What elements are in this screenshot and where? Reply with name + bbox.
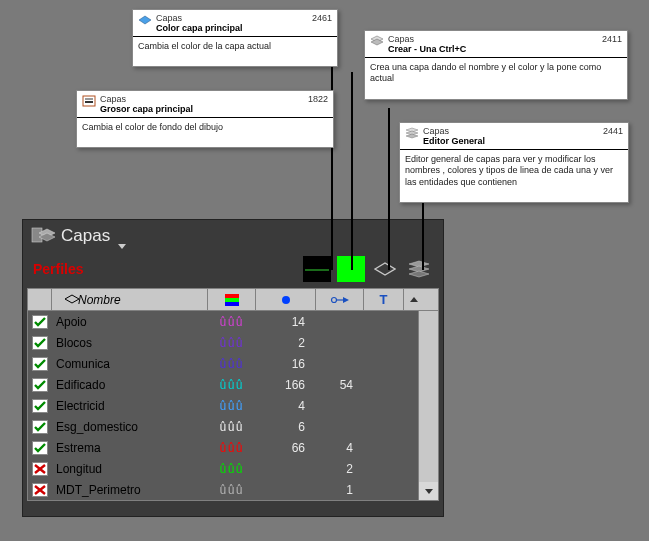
layer-color-swatch[interactable]: ûûû xyxy=(208,441,256,455)
tooltip-title: Crear - Una Ctrl+C xyxy=(388,44,596,54)
layers-stack-icon xyxy=(405,126,419,140)
layer-row[interactable]: Longitudûûû2 xyxy=(28,458,438,479)
layer-row[interactable]: MDT_Perimetroûûû1 xyxy=(28,479,438,500)
check-icon xyxy=(32,357,48,371)
layer-count-2: 4 xyxy=(316,441,364,455)
crear-button[interactable] xyxy=(371,256,399,282)
dot-icon xyxy=(282,296,290,304)
layer-color-swatch[interactable]: ûûû xyxy=(208,399,256,413)
layer-color-swatch[interactable]: ûûû xyxy=(208,315,256,329)
layer-visibility-checkbox[interactable] xyxy=(28,462,52,476)
tooltip-title: Color capa principal xyxy=(156,23,306,33)
layer-count-1: 14 xyxy=(256,315,316,329)
section-label: Perfiles xyxy=(33,261,297,277)
tooltip-title: Grosor capa principal xyxy=(100,104,302,114)
header-name-label: Nombre xyxy=(78,293,121,307)
layers-grid: Nombre T Apoioûûû14Blocosûûû2Comunicaûûû… xyxy=(27,288,439,501)
layer-visibility-checkbox[interactable] xyxy=(28,378,52,392)
cross-icon xyxy=(32,462,48,476)
header-name[interactable]: Nombre xyxy=(52,289,208,310)
layer-name: Esg_domestico xyxy=(52,420,208,434)
tooltip-category: Capas xyxy=(423,126,597,136)
tooltip-color: Capas Color capa principal 2461 Cambia e… xyxy=(132,9,338,67)
layer-row[interactable]: Blocosûûû2 xyxy=(28,332,438,353)
layer-name: Electricid xyxy=(52,399,208,413)
layer-name: Apoio xyxy=(52,315,208,329)
check-icon xyxy=(32,399,48,413)
header-count1[interactable] xyxy=(256,289,316,310)
layer-name: Comunica xyxy=(52,357,208,371)
layer-name: Edificado xyxy=(52,378,208,392)
layer-row[interactable]: Esg_domesticoûûû6 xyxy=(28,416,438,437)
layer-visibility-checkbox[interactable] xyxy=(28,441,52,455)
layer-color-swatch[interactable]: ûûû xyxy=(208,357,256,371)
layer-count-1: 4 xyxy=(256,399,316,413)
tooltip-grosor: Capas Grosor capa principal 1822 Cambia … xyxy=(76,90,334,148)
layer-name: Estrema xyxy=(52,441,208,455)
layer-visibility-checkbox[interactable] xyxy=(28,315,52,329)
header-checkbox[interactable] xyxy=(28,289,52,310)
tooltip-body: Crea una capa dando el nombre y el color… xyxy=(365,58,627,99)
tooltip-editor: Capas Editor General 2441 Editor general… xyxy=(399,122,629,203)
dropdown-icon[interactable] xyxy=(118,234,126,239)
layer-row[interactable]: Comunicaûûû16 xyxy=(28,353,438,374)
tooltip-body: Cambia el color de la capa actual xyxy=(133,37,337,66)
layer-row[interactable]: Electricidûûû4 xyxy=(28,395,438,416)
layer-visibility-checkbox[interactable] xyxy=(28,420,52,434)
layer-visibility-checkbox[interactable] xyxy=(28,483,52,497)
layer-icon xyxy=(64,293,80,307)
check-icon xyxy=(32,336,48,350)
check-icon xyxy=(32,441,48,455)
layer-color-swatch[interactable]: ûûû xyxy=(208,378,256,392)
layer-row[interactable]: Edificadoûûû16654 xyxy=(28,374,438,395)
layer-count-1: 16 xyxy=(256,357,316,371)
tooltip-crear: Capas Crear - Una Ctrl+C 2411 Crea una c… xyxy=(364,30,628,100)
check-icon xyxy=(32,315,48,329)
layer-name: MDT_Perimetro xyxy=(52,483,208,497)
layer-count-2: 54 xyxy=(316,378,364,392)
layer-count-2: 2 xyxy=(316,462,364,476)
tooltip-category: Capas xyxy=(100,94,302,104)
scroll-down[interactable] xyxy=(419,482,438,500)
grid-body: Apoioûûû14Blocosûûû2Comunicaûûû16Edifica… xyxy=(28,311,438,500)
layer-visibility-checkbox[interactable] xyxy=(28,336,52,350)
editor-button[interactable] xyxy=(405,256,433,282)
layer-color-swatch[interactable]: ûûû xyxy=(208,420,256,434)
layers-icon xyxy=(370,34,384,48)
header-count2[interactable] xyxy=(316,289,364,310)
grosor-button[interactable] xyxy=(303,256,331,282)
scrollbar[interactable] xyxy=(418,311,438,500)
text-icon: T xyxy=(380,292,388,307)
tooltip-id: 1822 xyxy=(302,94,328,104)
scroll-up[interactable] xyxy=(404,289,424,310)
tooltip-title: Editor General xyxy=(423,136,597,146)
layer-count-1: 6 xyxy=(256,420,316,434)
tooltip-category: Capas xyxy=(156,13,306,23)
tooltip-id: 2411 xyxy=(596,34,622,44)
svg-point-4 xyxy=(331,297,336,302)
rgb-icon xyxy=(225,294,239,306)
panel-title-label: Capas xyxy=(61,226,110,246)
cross-icon xyxy=(32,483,48,497)
tooltip-body: Editor general de capas para ver y modif… xyxy=(400,150,628,202)
header-color[interactable] xyxy=(208,289,256,310)
layer-visibility-checkbox[interactable] xyxy=(28,357,52,371)
layer-count-2: 1 xyxy=(316,483,364,497)
panel-title-bar[interactable]: Capas xyxy=(23,220,443,256)
check-icon xyxy=(32,378,48,392)
layer-color-swatch[interactable]: ûûû xyxy=(208,483,256,497)
panel-icon xyxy=(31,226,55,246)
layer-color-swatch[interactable]: ûûû xyxy=(208,462,256,476)
layer-count-1: 166 xyxy=(256,378,316,392)
layer-count-1: 66 xyxy=(256,441,316,455)
layer-visibility-checkbox[interactable] xyxy=(28,399,52,413)
grid-header: Nombre T xyxy=(28,289,438,311)
layer-color-swatch[interactable]: ûûû xyxy=(208,336,256,350)
svg-rect-3 xyxy=(32,228,42,242)
header-text[interactable]: T xyxy=(364,289,404,310)
layer-row[interactable]: Apoioûûû14 xyxy=(28,311,438,332)
layer-name: Blocos xyxy=(52,336,208,350)
layer-row[interactable]: Estremaûûû664 xyxy=(28,437,438,458)
linetype-icon xyxy=(330,295,350,305)
layer-name: Longitud xyxy=(52,462,208,476)
